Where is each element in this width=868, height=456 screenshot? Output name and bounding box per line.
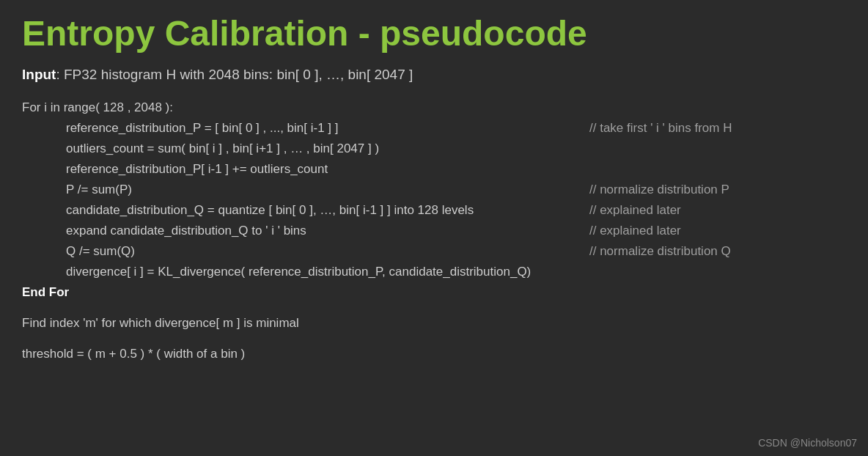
end-for-line: End For [22, 282, 846, 303]
code-line-6: Q /= sum(Q)// normalize distribution Q [22, 241, 846, 262]
input-text: : FP32 histogram H with 2048 bins: bin[ … [56, 67, 413, 82]
page-title: Entropy Calibration - pseudocode [22, 15, 846, 54]
watermark: CSDN @Nicholson07 [758, 437, 857, 449]
code-line-7: divergence[ i ] = KL_divergence( referen… [22, 262, 846, 282]
input-line: Input: FP32 histogram H with 2048 bins: … [22, 67, 846, 83]
code-block: For i in range( 128 , 2048 ):reference_d… [22, 98, 846, 365]
input-label: Input [22, 67, 56, 82]
threshold-line: threshold = ( m + 0.5 ) * ( width of a b… [22, 344, 846, 364]
find-line: Find index 'm' for which divergence[ m ]… [22, 313, 846, 334]
code-line-3: P /= sum(P)// normalize distribution P [22, 180, 846, 200]
code-line-2: reference_distribution_P[ i-1 ] += outli… [22, 159, 846, 180]
for-line: For i in range( 128 , 2048 ): [22, 98, 846, 118]
code-line-5: expand candidate_distribution_Q to ' i '… [22, 221, 846, 241]
code-line-0: reference_distribution_P = [ bin[ 0 ] , … [22, 118, 846, 139]
code-line-4: candidate_distribution_Q = quantize [ bi… [22, 200, 846, 221]
code-line-1: outliers_count = sum( bin[ i ] , bin[ i+… [22, 139, 846, 159]
